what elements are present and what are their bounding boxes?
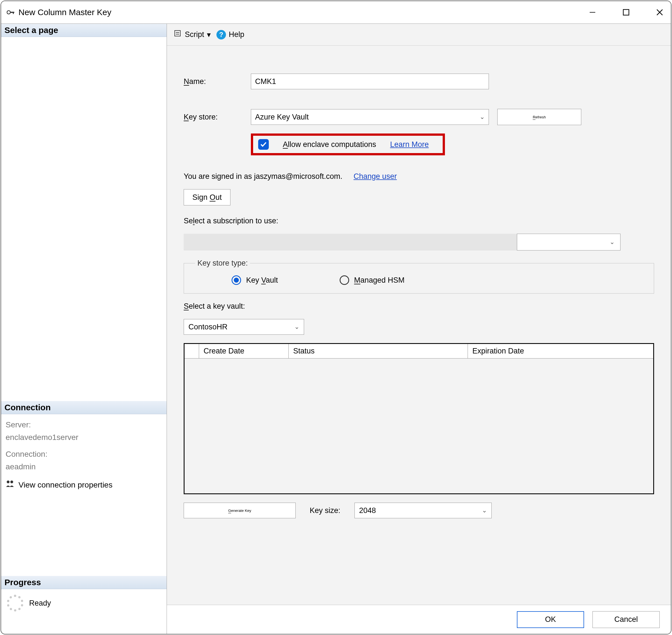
maximize-button[interactable] (621, 7, 632, 18)
subscription-disabled-field (184, 234, 517, 250)
view-connection-properties-label: View connection properties (19, 479, 112, 491)
help-button[interactable]: ? Help (216, 30, 245, 40)
col-expiration-date[interactable]: Expiration Date (468, 344, 653, 358)
key-store-type-group: Key store type: Key Vault Managed HSM (184, 259, 654, 293)
select-subscription-label: Select a subscription to use: (184, 217, 654, 225)
select-page-header: Select a page (1, 24, 167, 37)
select-key-vault-label: Select a key vault: (184, 302, 654, 311)
content-pane: Script ▾ ? Help Name: Key store: Azure K… (167, 24, 671, 634)
allow-enclave-row: Allow enclave computations Learn More (251, 133, 445, 155)
cancel-button[interactable]: Cancel (592, 611, 660, 628)
key-vault-value: ContosoHR (188, 323, 228, 331)
dialog-footer: OK Cancel (167, 605, 671, 634)
subscription-select[interactable]: ⌄ (517, 234, 621, 250)
keystore-value: Azure Key Vault (255, 113, 309, 122)
radio-unselected-icon (340, 276, 349, 285)
refresh-button[interactable]: Refresh (497, 109, 581, 125)
script-icon (174, 29, 182, 40)
minimize-button[interactable] (587, 7, 598, 18)
server-label: Server: (6, 419, 162, 431)
connection-value: aeadmin (6, 461, 162, 473)
script-label: Script (185, 30, 204, 39)
connection-label: Connection: (6, 448, 162, 461)
script-button[interactable]: Script ▾ (174, 29, 211, 40)
server-value: enclavedemo1server (6, 431, 162, 444)
spinner-icon (7, 595, 23, 612)
toolbar: Script ▾ ? Help (167, 24, 671, 46)
key-vault-select[interactable]: ContosoHR ⌄ (184, 319, 304, 335)
view-connection-properties-link[interactable]: View connection properties (6, 479, 162, 491)
signed-in-text: You are signed in as jaszymas@microsoft.… (184, 172, 342, 181)
chevron-down-icon: ⌄ (482, 507, 487, 514)
help-icon: ? (216, 30, 226, 40)
dialog-window: New Column Master Key Select a page Conn… (1, 1, 671, 634)
progress-status-label: Ready (29, 599, 51, 608)
managed-hsm-radio[interactable]: Managed HSM (340, 276, 405, 285)
table-corner (185, 344, 199, 358)
generate-key-button[interactable]: Generate Key (184, 503, 296, 518)
key-store-type-label: Key store type: (195, 259, 250, 267)
svg-point-8 (10, 481, 13, 483)
name-label: Name: (184, 77, 243, 86)
radio-selected-icon (232, 276, 241, 285)
key-vault-radio[interactable]: Key Vault (232, 276, 278, 285)
col-status[interactable]: Status (289, 344, 468, 358)
keystore-label: Key store: (184, 113, 243, 122)
managed-hsm-radio-label: Managed HSM (354, 276, 405, 285)
chevron-down-icon: ⌄ (480, 113, 485, 121)
window-title: New Column Master Key (19, 7, 111, 17)
key-icon (7, 9, 15, 15)
svg-rect-4 (623, 9, 629, 15)
keystore-select[interactable]: Azure Key Vault ⌄ (251, 109, 489, 125)
progress-status: Ready (1, 589, 167, 617)
change-user-link[interactable]: Change user (354, 172, 397, 181)
chevron-down-icon: ▾ (207, 30, 211, 39)
allow-enclave-label: Allow enclave computations (283, 140, 376, 149)
col-create-date[interactable]: Create Date (199, 344, 289, 358)
titlebar: New Column Master Key (1, 1, 671, 23)
chevron-down-icon: ⌄ (294, 323, 299, 330)
learn-more-link[interactable]: Learn More (390, 140, 429, 149)
key-size-select[interactable]: 2048 ⌄ (355, 503, 492, 518)
people-icon (6, 479, 15, 491)
svg-point-7 (7, 481, 9, 483)
connection-info: Server: enclavedemo1server Connection: a… (1, 414, 167, 496)
keys-table: Create Date Status Expiration Date (184, 343, 654, 494)
key-size-value: 2048 (359, 506, 376, 515)
svg-rect-9 (175, 30, 180, 36)
connection-header: Connection (1, 401, 167, 414)
svg-rect-2 (13, 12, 14, 14)
chevron-down-icon: ⌄ (610, 238, 615, 246)
name-input[interactable] (251, 73, 489, 89)
progress-header: Progress (1, 576, 167, 589)
help-label: Help (229, 30, 245, 39)
sidebar: Select a page Connection Server: enclave… (1, 24, 167, 634)
sign-out-button[interactable]: Sign Out (184, 189, 230, 205)
ok-button[interactable]: OK (517, 611, 584, 628)
key-vault-radio-label: Key Vault (246, 276, 278, 285)
close-button[interactable] (654, 7, 665, 18)
allow-enclave-checkbox[interactable] (258, 139, 269, 150)
page-list (1, 37, 167, 401)
key-size-label: Key size: (310, 506, 340, 515)
svg-point-0 (7, 10, 10, 14)
